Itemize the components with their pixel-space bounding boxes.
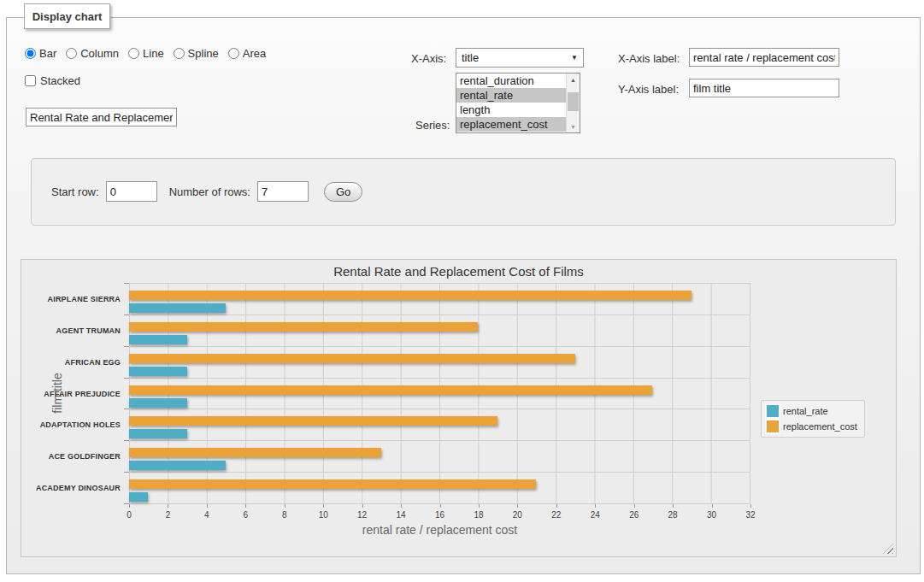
x-axis-tick-label: 4 — [204, 510, 209, 520]
x-axis-tick — [168, 504, 168, 508]
chart-bar-rental_rate[interactable] — [129, 303, 226, 313]
x-axis-tick — [440, 504, 441, 508]
chart-category-row: ADAPTATION HOLES — [129, 409, 750, 441]
x-axis-select[interactable]: title ▼ — [456, 48, 584, 68]
series-label: Series: — [415, 119, 450, 132]
num-rows-input[interactable] — [257, 181, 309, 202]
chart-type-label: Area — [243, 47, 266, 60]
chart-bar-replacement_cost[interactable] — [129, 479, 536, 489]
category-label: AGENT TRUMAN — [56, 326, 121, 335]
category-label: ACADEMY DINOSAUR — [36, 484, 121, 492]
legend-label: rental_rate — [783, 406, 828, 416]
category-label: AFRICAN EGG — [65, 358, 121, 367]
listbox-scrollbar[interactable]: ▲ ▼ — [566, 73, 580, 132]
legend-item-rental_rate[interactable]: rental_rate — [767, 405, 857, 417]
num-rows-label: Number of rows: — [169, 185, 250, 198]
chart-type-radio-area[interactable] — [228, 48, 239, 59]
chart-bar-rental_rate[interactable] — [129, 461, 226, 470]
chart-category-row: AFRICAN EGG — [129, 347, 750, 379]
chart-title: Rental Rate and Replacement Cost of Film… — [21, 264, 896, 279]
chart-bar-rental_rate[interactable] — [129, 429, 187, 438]
chart-bar-rental_rate[interactable] — [129, 335, 187, 344]
chart-category-row: AIRPLANE SIERRA — [129, 284, 750, 315]
x-axis-tick-label: 2 — [166, 510, 171, 520]
chart-type-label: Line — [143, 47, 164, 60]
scroll-down-icon[interactable]: ▼ — [567, 121, 580, 132]
x-axis-ticks: 02468101214161820222426283032 — [129, 504, 750, 523]
chart-type-label: Spline — [188, 47, 219, 60]
row-range-form: Start row: Number of rows: Go — [51, 181, 362, 202]
x-axis-tick — [129, 504, 130, 508]
x-axis-tick — [556, 504, 557, 508]
legend-item-replacement_cost[interactable]: replacement_cost — [767, 420, 857, 432]
series-options: rental_durationrental_ratelengthreplacem… — [456, 73, 566, 132]
series-option-rental_rate[interactable]: rental_rate — [456, 88, 566, 103]
chart-type-option-column: Column — [66, 47, 119, 60]
chart-bar-replacement_cost[interactable] — [129, 416, 497, 426]
category-label: ACE GOLDFINGER — [49, 452, 121, 461]
chart-bar-rental_rate[interactable] — [129, 398, 187, 408]
x-axis-tick-label: 6 — [244, 510, 249, 520]
chart-type-radio-bar[interactable] — [25, 48, 36, 59]
x-axis-label-input[interactable] — [689, 48, 839, 67]
plot-area: AIRPLANE SIERRAAGENT TRUMANAFRICAN EGGAF… — [129, 283, 750, 504]
series-option-rental_duration[interactable]: rental_duration — [456, 73, 566, 88]
x-axis-tick-label: 12 — [357, 510, 367, 520]
y-axis-label-label: Y-Axis label: — [618, 83, 679, 96]
scroll-up-icon[interactable]: ▲ — [567, 73, 580, 85]
x-axis-tick-label: 10 — [319, 510, 328, 520]
row-range-panel: Start row: Number of rows: Go — [31, 158, 896, 226]
chart-bar-rental_rate[interactable] — [129, 367, 187, 376]
series-listbox[interactable]: rental_durationrental_ratelengthreplacem… — [456, 73, 580, 133]
chart-category-row: AGENT TRUMAN — [129, 315, 750, 347]
stacked-row: Stacked — [25, 74, 80, 87]
x-axis-title: rental rate / replacement cost — [129, 523, 750, 537]
scrollbar-thumb[interactable] — [568, 92, 579, 111]
x-axis-tick-label: 14 — [397, 510, 406, 520]
chart-bar-replacement_cost[interactable] — [129, 448, 381, 457]
chart-type-radio-column[interactable] — [66, 48, 77, 59]
chart-bar-rental_rate[interactable] — [129, 492, 148, 502]
x-axis-tick-label: 28 — [668, 510, 678, 520]
x-axis-tick-label: 18 — [474, 510, 483, 520]
chart-type-radio-spline[interactable] — [174, 48, 185, 59]
series-option-length[interactable]: length — [456, 103, 566, 117]
chart-bar-replacement_cost[interactable] — [129, 322, 478, 332]
chart-type-label: Column — [80, 47, 119, 60]
x-axis-tick-label: 24 — [591, 510, 600, 520]
category-label: ADAPTATION HOLES — [40, 420, 121, 429]
x-axis-tick-label: 20 — [513, 510, 522, 520]
chart-bar-replacement_cost[interactable] — [129, 385, 652, 395]
go-button[interactable]: Go — [324, 182, 362, 202]
x-axis-label-label: X-Axis label: — [618, 52, 680, 65]
x-axis-tick — [673, 504, 674, 508]
series-option-replacement_cost[interactable]: replacement_cost — [456, 117, 566, 132]
chart-container: Rental Rate and Replacement Cost of Film… — [21, 259, 897, 557]
x-axis-tick — [750, 504, 751, 508]
x-axis-tick — [362, 504, 363, 508]
chart-type-radio-line[interactable] — [128, 48, 139, 59]
legend-swatch-icon — [767, 420, 779, 432]
chart-category-row: ACE GOLDFINGER — [129, 441, 750, 473]
x-axis-selected-value: title — [462, 51, 479, 64]
x-axis-tick-label: 30 — [707, 510, 716, 520]
x-axis-tick — [245, 504, 246, 508]
chart-bar-replacement_cost[interactable] — [129, 354, 575, 363]
category-label: AFFAIR PREJUDICE — [44, 390, 121, 398]
legend-swatch-icon — [767, 405, 779, 417]
resize-grip-icon[interactable] — [883, 544, 893, 554]
x-axis-tick — [401, 504, 402, 508]
x-axis-tick — [595, 504, 596, 508]
chart-title-input[interactable] — [26, 108, 177, 126]
chart-category-row: AFFAIR PREJUDICE — [129, 379, 750, 410]
x-axis-select-label: X-Axis: — [411, 52, 446, 65]
x-axis-tick-label: 32 — [745, 510, 755, 520]
start-row-label: Start row: — [51, 185, 99, 198]
chart-category-row: ACADEMY DINOSAUR — [129, 473, 750, 504]
y-axis-label-input[interactable] — [689, 79, 839, 97]
x-axis-tick-label: 22 — [551, 510, 561, 520]
start-row-input[interactable] — [106, 181, 157, 202]
stacked-checkbox[interactable] — [25, 75, 36, 86]
x-axis-tick — [207, 504, 208, 508]
chart-bar-replacement_cost[interactable] — [129, 291, 692, 300]
